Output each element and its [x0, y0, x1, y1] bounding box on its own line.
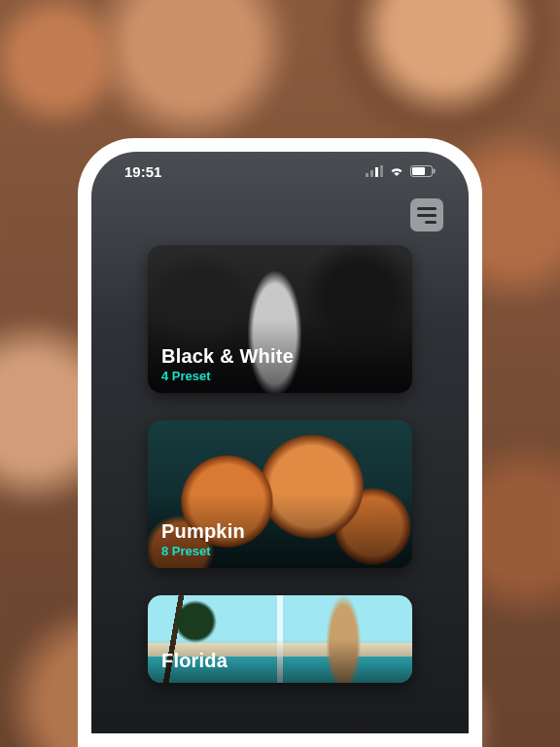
preset-card-black-and-white[interactable]: Black & White 4 Preset [148, 245, 412, 393]
card-title: Florida [161, 650, 228, 672]
status-bar: 19:51 [91, 152, 469, 191]
preset-card-list[interactable]: Black & White 4 Preset Pumpkin 8 Preset … [91, 235, 469, 683]
svg-rect-5 [434, 169, 436, 174]
card-title: Pumpkin [161, 520, 245, 543]
svg-rect-2 [375, 167, 378, 177]
cellular-icon [366, 165, 383, 177]
menu-icon [417, 207, 437, 210]
status-time: 19:51 [124, 163, 161, 180]
card-subtitle: 8 Preset [161, 544, 245, 558]
svg-rect-0 [366, 173, 368, 177]
status-indicators [366, 165, 436, 177]
svg-rect-1 [370, 170, 373, 177]
svg-rect-3 [380, 165, 383, 177]
preset-card-pumpkin[interactable]: Pumpkin 8 Preset [148, 420, 412, 568]
card-title: Black & White [161, 345, 294, 368]
menu-button[interactable] [410, 198, 443, 231]
top-bar [91, 191, 469, 235]
phone-screen: 19:51 Black & White 4 Preset [91, 152, 469, 733]
phone-frame: 19:51 Black & White 4 Preset [78, 138, 482, 747]
preset-card-florida[interactable]: Florida [148, 595, 412, 683]
card-subtitle: 4 Preset [161, 369, 294, 383]
svg-rect-6 [412, 167, 425, 175]
battery-icon [410, 165, 436, 177]
wifi-icon [389, 165, 404, 177]
